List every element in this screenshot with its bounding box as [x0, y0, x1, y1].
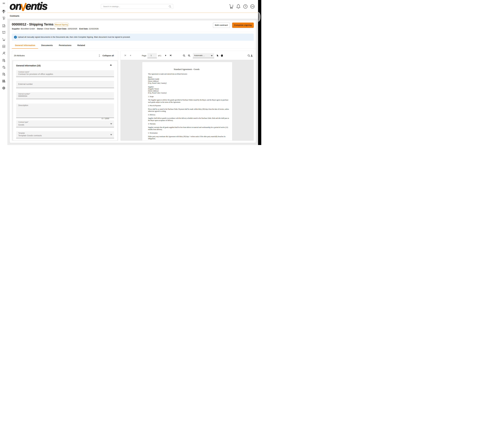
svg-text:?: ? — [245, 5, 246, 8]
svg-text:CM: CM — [251, 6, 254, 7]
svg-text:§: § — [4, 75, 5, 76]
